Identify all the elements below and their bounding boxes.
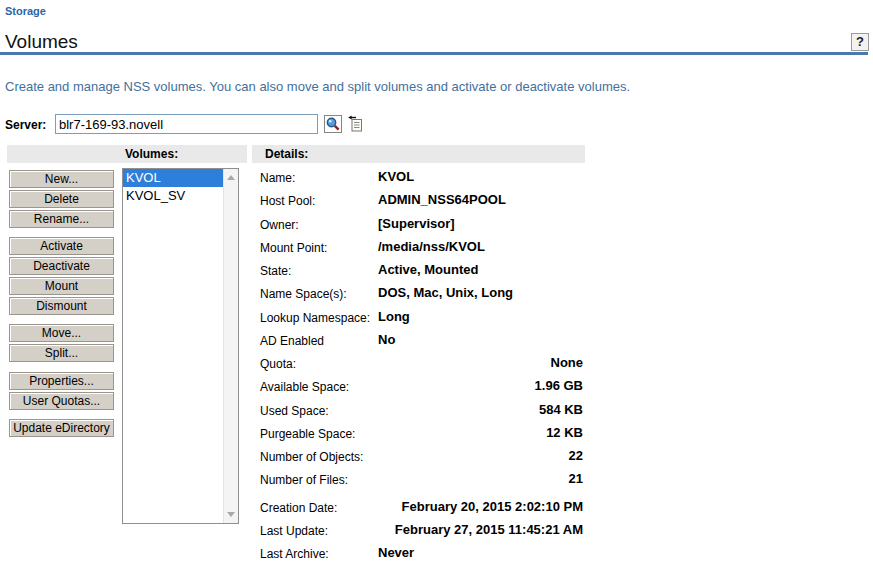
server-input[interactable]	[55, 114, 318, 134]
detail-row: Lookup Namespace:Long	[260, 308, 583, 329]
detail-value: Long	[378, 309, 410, 324]
split-button[interactable]: Split...	[9, 344, 114, 362]
detail-value: 12 KB	[546, 425, 583, 440]
update-edirectory-button[interactable]: Update eDirectory	[9, 419, 114, 437]
detail-row: Available Space:1.96 GB	[260, 377, 583, 398]
detail-row: Owner:[Supervisor]	[260, 215, 583, 236]
detail-value: Never	[378, 545, 414, 560]
detail-value: [Supervisor]	[378, 216, 455, 231]
help-button[interactable]: ?	[851, 33, 869, 51]
detail-row: Last Archive:Never	[260, 544, 583, 565]
detail-label: Owner:	[260, 218, 299, 232]
detail-label: State:	[260, 264, 291, 278]
detail-value: 22	[569, 448, 583, 463]
detail-label: Host Pool:	[260, 194, 315, 208]
object-selector-button[interactable]	[324, 115, 342, 133]
page-title: Volumes	[5, 31, 78, 53]
detail-label: Quota:	[260, 357, 296, 371]
delete-button[interactable]: Delete	[9, 190, 114, 208]
detail-value: 1.96 GB	[535, 378, 583, 393]
detail-value: February 27, 2015 11:45:21 AM	[395, 522, 583, 537]
scroll-down-icon[interactable]	[227, 512, 235, 517]
detail-row: Purgeable Space:12 KB	[260, 424, 583, 445]
move-button[interactable]: Move...	[9, 324, 114, 342]
detail-label: Name:	[260, 171, 295, 185]
detail-label: Mount Point:	[260, 241, 327, 255]
detail-label: Last Update:	[260, 524, 328, 538]
magnifier-icon	[325, 116, 341, 132]
detail-row: Host Pool:ADMIN_NSS64POOL	[260, 191, 583, 212]
detail-label: Lookup Namespace:	[260, 311, 370, 325]
detail-value: None	[551, 355, 584, 370]
detail-label: Creation Date:	[260, 501, 337, 515]
deactivate-button[interactable]: Deactivate	[9, 257, 114, 275]
detail-value: 21	[569, 471, 583, 486]
detail-label: Used Space:	[260, 404, 329, 418]
detail-value: Active, Mounted	[378, 262, 478, 277]
detail-label: Purgeable Space:	[260, 427, 355, 441]
detail-label: Number of Objects:	[260, 450, 363, 464]
title-divider	[0, 52, 868, 55]
activate-button[interactable]: Activate	[9, 237, 114, 255]
rename-button[interactable]: Rename...	[9, 210, 114, 228]
detail-value: ADMIN_NSS64POOL	[378, 192, 506, 207]
volume-list-item[interactable]: KVOL	[123, 169, 223, 187]
page-description: Create and manage NSS volumes. You can a…	[5, 79, 630, 94]
detail-row: AD EnabledNo	[260, 331, 583, 352]
detail-row: Number of Objects:22	[260, 447, 583, 468]
server-label: Server:	[5, 118, 46, 132]
detail-value: No	[378, 332, 395, 347]
listbox-scrollbar[interactable]	[223, 169, 238, 523]
details-header: Details:	[265, 145, 308, 163]
detail-label: AD Enabled	[260, 334, 324, 348]
volumes-list-header: Volumes:	[125, 145, 178, 163]
detail-row: Last Update:February 27, 2015 11:45:21 A…	[260, 521, 583, 542]
detail-label: Available Space:	[260, 380, 349, 394]
detail-row: Name Space(s):DOS, Mac, Unix, Long	[260, 284, 583, 305]
properties-button[interactable]: Properties...	[9, 372, 114, 390]
new-button[interactable]: New...	[9, 170, 114, 188]
detail-label: Number of Files:	[260, 473, 348, 487]
detail-value: February 20, 2015 2:02:10 PM	[402, 499, 583, 514]
breadcrumb-storage-link[interactable]: Storage	[5, 5, 46, 17]
detail-row: Creation Date:February 20, 2015 2:02:10 …	[260, 498, 583, 519]
volumes-page: Storage Volumes ? Create and manage NSS …	[0, 0, 873, 574]
detail-value: DOS, Mac, Unix, Long	[378, 285, 513, 300]
detail-label: Last Archive:	[260, 547, 329, 561]
detail-row: Used Space:584 KB	[260, 401, 583, 422]
details-panel: Name:KVOL Host Pool:ADMIN_NSS64POOL Owne…	[260, 168, 583, 568]
detail-value: /media/nss/KVOL	[378, 239, 485, 254]
volume-list-item[interactable]: KVOL_SV	[123, 187, 223, 205]
object-history-button[interactable]	[346, 115, 364, 133]
detail-value: KVOL	[378, 169, 414, 184]
detail-row: Name:KVOL	[260, 168, 583, 189]
detail-row: Number of Files:21	[260, 470, 583, 491]
object-history-icon	[346, 115, 364, 133]
detail-value: 584 KB	[539, 402, 583, 417]
detail-row: Quota:None	[260, 354, 583, 375]
detail-label: Name Space(s):	[260, 287, 347, 301]
dismount-button[interactable]: Dismount	[9, 297, 114, 315]
mount-button[interactable]: Mount	[9, 277, 114, 295]
user-quotas-button[interactable]: User Quotas...	[9, 392, 114, 410]
detail-row: State:Active, Mounted	[260, 261, 583, 282]
scroll-up-icon[interactable]	[227, 175, 235, 180]
volumes-listbox: KVOL KVOL_SV	[122, 168, 239, 524]
detail-row: Mount Point:/media/nss/KVOL	[260, 238, 583, 259]
